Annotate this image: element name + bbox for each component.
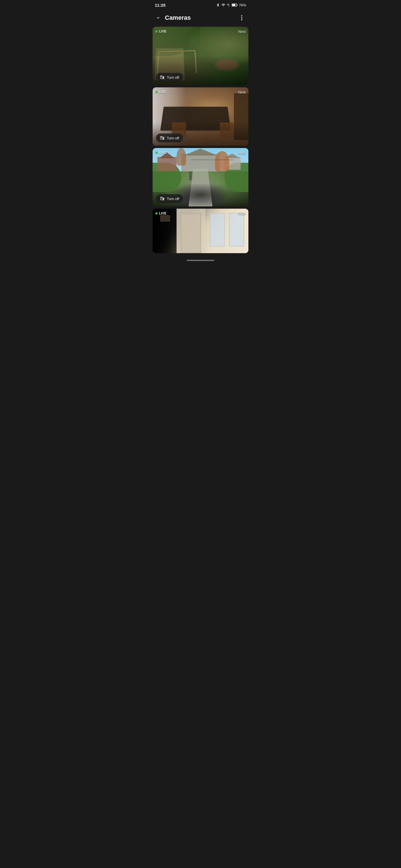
chevron-down-icon[interactable] xyxy=(155,14,162,21)
live-text-3: LIVE xyxy=(159,151,167,155)
window-pane-right xyxy=(229,213,244,247)
live-text-2: LIVE xyxy=(159,90,167,94)
svg-point-3 xyxy=(241,15,242,17)
camera-list: LIVE Nest Turn off xyxy=(150,27,251,258)
header-left: Cameras xyxy=(155,14,191,22)
status-time: 11:25 xyxy=(155,3,165,7)
svg-rect-2 xyxy=(232,4,235,6)
camera-off-icon-3 xyxy=(160,196,165,201)
power-line xyxy=(191,160,234,160)
live-dot-2 xyxy=(155,91,157,93)
nest-badge-4: Nest xyxy=(238,211,246,216)
dining-table xyxy=(161,106,231,130)
live-dot-4 xyxy=(155,212,157,215)
home-indicator xyxy=(150,258,251,264)
svg-rect-1 xyxy=(237,4,237,6)
cabinet-right xyxy=(234,93,249,140)
window-pane-left xyxy=(210,213,225,247)
live-badge-4: LIVE xyxy=(155,211,167,215)
nest-badge-3: Nest xyxy=(238,151,246,155)
nest-badge-1: Nest xyxy=(238,30,246,34)
bluetooth-icon xyxy=(216,3,220,7)
turn-off-button-1[interactable]: Turn off xyxy=(156,73,183,82)
live-dot-1 xyxy=(155,30,157,33)
battery-percentage: 76% xyxy=(239,3,246,7)
picture-frame xyxy=(161,215,170,221)
camera-card-4[interactable]: LIVE Nest xyxy=(152,209,249,253)
live-text-1: LIVE xyxy=(159,30,167,33)
house-left xyxy=(157,157,176,172)
turn-off-label-1: Turn off xyxy=(167,75,179,80)
camera-card-3[interactable]: LIVE Nest Turn off xyxy=(152,148,249,207)
chair-2 xyxy=(220,122,234,137)
front-door xyxy=(181,213,201,253)
camera-card-2[interactable]: LIVE Nest Turn off xyxy=(152,87,249,146)
turn-off-label-2: Turn off xyxy=(167,136,179,140)
autumn-tree-left xyxy=(176,148,186,165)
page-header: Cameras xyxy=(150,10,251,27)
camera-off-icon-1 xyxy=(160,75,165,80)
camera-off-icon-2 xyxy=(160,135,165,141)
home-bar xyxy=(187,260,214,261)
status-bar: 11:25 76% xyxy=(150,0,251,10)
live-dot-3 xyxy=(155,152,157,154)
turn-off-button-2[interactable]: Turn off xyxy=(156,133,183,143)
more-menu-button[interactable] xyxy=(237,13,246,22)
live-badge-1: LIVE xyxy=(155,30,167,33)
live-badge-2: LIVE xyxy=(155,90,167,94)
battery-icon xyxy=(232,3,238,7)
page-title: Cameras xyxy=(165,14,191,22)
flower-bush xyxy=(215,59,239,71)
mailbox-post xyxy=(189,172,192,180)
camera-card-1[interactable]: LIVE Nest Turn off xyxy=(152,27,249,85)
live-text-4: LIVE xyxy=(159,211,167,215)
camera-feed-interior xyxy=(152,209,249,253)
signal-icon xyxy=(227,3,231,7)
wall-door xyxy=(176,209,205,253)
turn-off-button-3[interactable]: Turn off xyxy=(156,194,183,203)
nest-badge-2: Nest xyxy=(238,90,246,94)
svg-point-4 xyxy=(241,17,242,18)
autumn-tree-right xyxy=(215,151,229,172)
live-badge-3: LIVE xyxy=(155,151,167,155)
status-icons: 76% xyxy=(216,3,246,7)
svg-point-5 xyxy=(241,19,242,20)
wifi-icon xyxy=(221,3,226,7)
turn-off-label-3: Turn off xyxy=(167,197,179,201)
